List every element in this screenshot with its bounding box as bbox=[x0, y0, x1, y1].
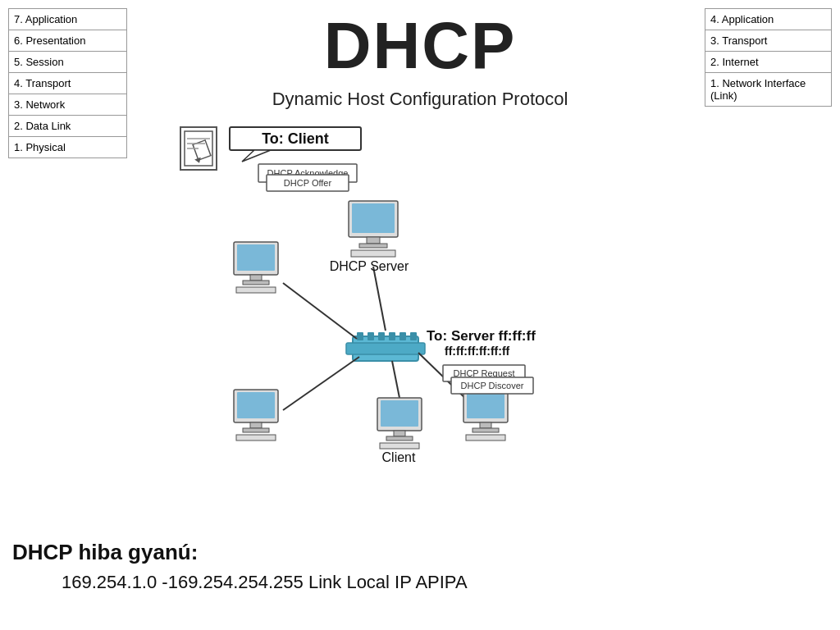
dhcp-offer-bubble: DHCP Offer bbox=[267, 175, 349, 191]
svg-rect-43 bbox=[381, 400, 418, 427]
osi-row-6: 6. Presentation bbox=[9, 30, 126, 52]
svg-rect-18 bbox=[378, 332, 385, 340]
svg-rect-16 bbox=[357, 332, 363, 340]
svg-rect-44 bbox=[394, 431, 405, 436]
svg-rect-30 bbox=[359, 244, 387, 248]
page-title: DHCP bbox=[324, 8, 517, 84]
dhcp-server-computer bbox=[349, 201, 398, 257]
svg-rect-28 bbox=[352, 203, 395, 233]
osi-left-table: 7. Application 6. Presentation 5. Sessio… bbox=[8, 8, 127, 158]
svg-rect-38 bbox=[237, 392, 275, 418]
osi-row-5: 5. Session bbox=[9, 52, 126, 73]
osi-row-1: 1. Physical bbox=[9, 137, 126, 158]
svg-rect-46 bbox=[380, 443, 419, 449]
svg-rect-40 bbox=[243, 428, 269, 432]
bottom-section: DHCP hiba gyanú: 169.254.1.0 -169.254.25… bbox=[12, 540, 468, 593]
tcpip-row-2: 2. Internet bbox=[705, 52, 831, 73]
svg-line-22 bbox=[373, 267, 386, 331]
tcpip-row-3: 3. Transport bbox=[705, 30, 831, 52]
tcpip-row-4: 4. Application bbox=[705, 9, 831, 30]
svg-rect-36 bbox=[236, 287, 276, 293]
svg-text:DHCP Offer: DHCP Offer bbox=[284, 178, 332, 188]
svg-text:ff:ff:ff:ff:ff:ff: ff:ff:ff:ff:ff:ff bbox=[445, 345, 510, 358]
svg-line-24 bbox=[283, 357, 359, 410]
to-server-label: To: Server ff:ff:ff ff:ff:ff:ff:ff:ff bbox=[427, 328, 536, 358]
osi-row-3: 3. Network bbox=[9, 94, 126, 116]
svg-rect-49 bbox=[480, 422, 491, 428]
bottom-line2: 169.254.1.0 -169.254.254.255 Link Local … bbox=[62, 572, 468, 593]
switch-icon bbox=[346, 332, 425, 361]
svg-rect-50 bbox=[472, 428, 499, 432]
svg-text:DHCP Discover: DHCP Discover bbox=[461, 381, 524, 390]
osi-row-4: 4. Transport bbox=[9, 73, 126, 94]
svg-text:To: Server ff:ff:ff: To: Server ff:ff:ff bbox=[427, 328, 536, 344]
dhcp-server-label: DHCP Server bbox=[330, 259, 409, 273]
svg-rect-31 bbox=[351, 250, 395, 257]
svg-rect-35 bbox=[243, 281, 269, 285]
svg-text:DHCP Request: DHCP Request bbox=[454, 368, 515, 378]
svg-line-23 bbox=[283, 283, 357, 339]
left-top-computer bbox=[234, 242, 278, 293]
svg-rect-48 bbox=[467, 392, 504, 418]
page-subtitle: Dynamic Host Configuration Protocol bbox=[272, 89, 568, 110]
tcpip-row-1: 1. Network Interface (Link) bbox=[705, 73, 831, 106]
osi-row-2: 2. Data Link bbox=[9, 116, 126, 137]
bottom-line1: DHCP hiba gyanú: bbox=[12, 540, 468, 565]
tcpip-right-table: 4. Application 3. Transport 2. Internet … bbox=[705, 8, 832, 107]
svg-rect-17 bbox=[368, 332, 374, 340]
right-bottom-computer bbox=[463, 390, 508, 441]
svg-rect-19 bbox=[389, 332, 395, 340]
edit-icon bbox=[180, 127, 217, 170]
osi-row-7: 7. Application bbox=[9, 9, 126, 30]
left-bottom-computer bbox=[234, 390, 278, 441]
svg-marker-9 bbox=[242, 150, 271, 162]
client-label: Client bbox=[382, 450, 416, 464]
svg-rect-39 bbox=[250, 422, 262, 428]
svg-rect-41 bbox=[236, 435, 276, 441]
to-client-bubble: To: Client bbox=[230, 127, 361, 162]
svg-rect-51 bbox=[466, 435, 505, 441]
svg-rect-15 bbox=[346, 343, 425, 354]
svg-rect-29 bbox=[367, 237, 380, 244]
svg-rect-34 bbox=[250, 275, 262, 281]
svg-rect-20 bbox=[399, 332, 406, 340]
client-computer bbox=[377, 398, 422, 449]
svg-rect-45 bbox=[386, 436, 413, 441]
network-diagram: To: Client DHCP Acknowledge DHCP Offer bbox=[131, 119, 673, 488]
svg-rect-21 bbox=[410, 332, 417, 340]
dhcp-discover-bubble: DHCP Discover bbox=[451, 377, 533, 394]
svg-text:To: Client: To: Client bbox=[262, 130, 329, 147]
svg-rect-33 bbox=[237, 244, 275, 271]
